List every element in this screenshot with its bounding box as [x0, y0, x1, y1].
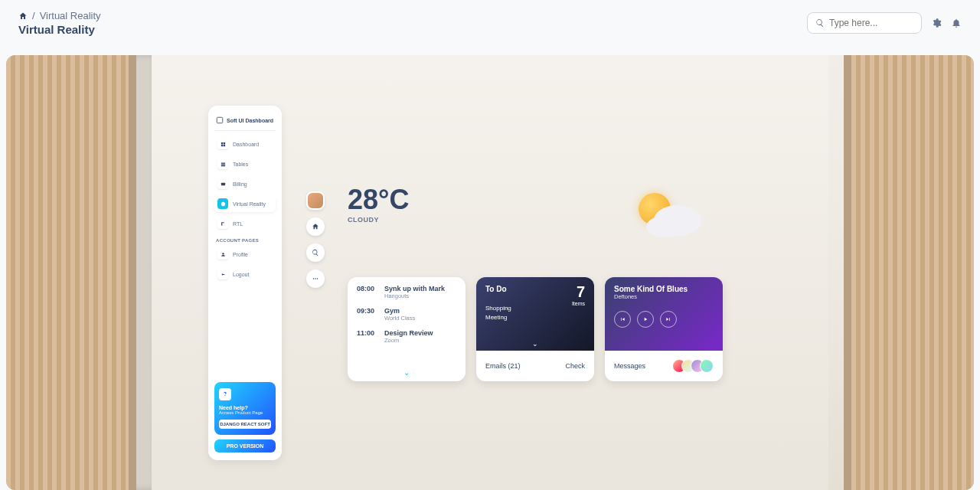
svg-rect-0 — [217, 117, 223, 123]
weather-description: CLOUDY — [348, 216, 409, 224]
search-icon — [815, 18, 825, 28]
weather-widget: 28°C CLOUDY — [348, 184, 409, 224]
breadcrumb: / Virtual Reality Virtual Reality — [18, 10, 101, 36]
home-icon — [312, 223, 319, 230]
search-icon — [312, 249, 319, 256]
sidebar-item-billing[interactable]: Billing — [214, 175, 276, 192]
music-title: Some Kind Of Blues — [614, 285, 714, 293]
home-icon — [18, 11, 28, 21]
sidebar-item-tables[interactable]: Tables — [214, 155, 276, 172]
schedule-card: 08:00Synk up with MarkHangouts 09:30GymW… — [348, 277, 466, 381]
sidebar-item-dashboard[interactable]: Dashboard — [214, 136, 276, 152]
play-icon — [642, 316, 648, 322]
quick-search-button[interactable] — [306, 243, 325, 262]
play-button[interactable] — [637, 311, 654, 328]
todo-card: To Do 7Items ShoppingMeeting ⌄ Emails (2… — [476, 277, 594, 381]
page-title: Virtual Reality — [18, 23, 101, 36]
sidebar-item-logout[interactable]: Logout — [214, 266, 276, 283]
breadcrumb-item[interactable]: Virtual Reality — [40, 10, 101, 21]
avatar[interactable] — [306, 191, 325, 210]
chevron-down-icon[interactable]: ⌄ — [532, 340, 538, 348]
quick-column — [306, 191, 325, 288]
logout-icon — [220, 272, 226, 277]
grid-icon — [220, 142, 226, 147]
svg-point-4 — [315, 278, 316, 279]
check-link[interactable]: Check — [565, 362, 585, 370]
question-icon — [219, 388, 231, 400]
vr-background — [6, 55, 974, 490]
todo-item: Shopping — [485, 304, 585, 313]
weather-illustration — [628, 188, 704, 242]
cube-icon — [220, 201, 226, 207]
music-card: Some Kind Of Blues Deftones Messages — [605, 277, 723, 381]
svg-point-5 — [317, 278, 318, 279]
sidebar-section-account: Account Pages — [214, 235, 276, 246]
search-input-wrapper[interactable] — [807, 12, 922, 34]
schedule-row[interactable]: 11:00Design ReviewZoom — [357, 329, 456, 344]
bell-icon[interactable] — [951, 18, 962, 28]
schedule-row[interactable]: 09:30GymWorld Class — [357, 307, 456, 322]
sidebar-brand[interactable]: Soft UI Dashboard — [214, 113, 276, 131]
schedule-row[interactable]: 08:00Synk up with MarkHangouts — [357, 285, 456, 299]
weather-temperature: 28°C — [348, 184, 409, 216]
messages-label[interactable]: Messages — [614, 362, 645, 370]
music-artist: Deftones — [614, 293, 714, 300]
chevron-down-icon[interactable]: ⌄ — [403, 368, 410, 377]
sidebar-help-card: Need help? Access Product Page DJANGO RE… — [214, 382, 276, 435]
todo-item: Meeting — [485, 313, 585, 322]
user-icon — [220, 252, 226, 257]
next-icon — [665, 316, 671, 322]
cloud-icon — [654, 205, 701, 236]
svg-point-2 — [222, 253, 224, 254]
sidebar: Soft UI Dashboard Dashboard Tables Billi… — [208, 106, 282, 460]
prev-button[interactable] — [614, 311, 631, 328]
sidebar-item-virtual-reality[interactable]: Virtual Reality — [214, 195, 276, 212]
sidebar-item-rtl[interactable]: RTL — [214, 215, 276, 232]
quick-home-button[interactable] — [306, 217, 325, 236]
pro-version-button[interactable]: PRO VERSION — [214, 439, 276, 452]
table-icon — [220, 162, 226, 167]
prev-icon — [619, 316, 626, 322]
svg-point-3 — [313, 278, 315, 279]
next-button[interactable] — [660, 311, 677, 328]
search-input[interactable] — [829, 18, 913, 28]
help-cta-button[interactable]: DJANGO REACT SOFT — [219, 420, 271, 429]
todo-title: To Do — [485, 285, 585, 293]
card-icon — [220, 181, 226, 187]
rtl-icon — [220, 221, 226, 227]
quick-more-button[interactable] — [306, 270, 325, 288]
svg-rect-1 — [220, 182, 224, 185]
avatar-group[interactable] — [672, 359, 714, 373]
sidebar-item-profile[interactable]: Profile — [214, 246, 276, 263]
ellipsis-icon — [312, 275, 319, 283]
emails-label: Emails (21) — [485, 362, 521, 370]
gear-icon[interactable] — [931, 18, 942, 28]
brand-icon — [216, 116, 224, 124]
